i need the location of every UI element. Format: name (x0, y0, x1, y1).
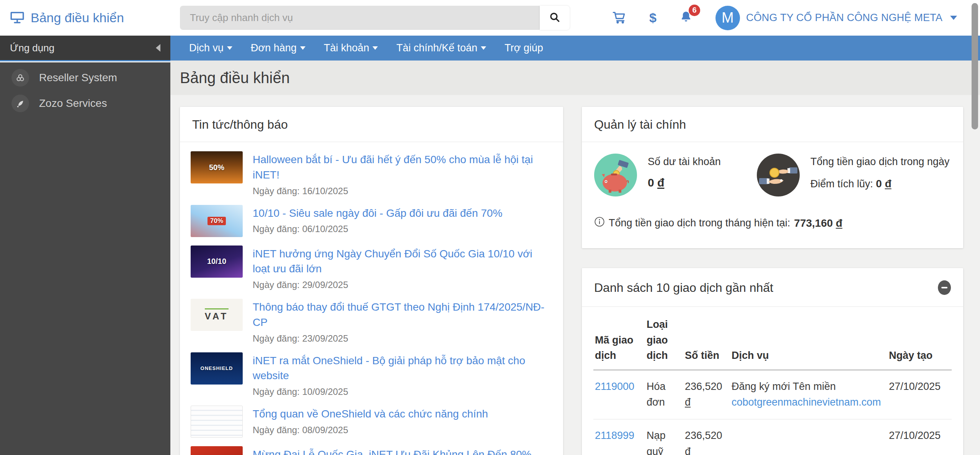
news-thumbnail[interactable]: 70% (191, 205, 243, 237)
cart-icon (612, 10, 627, 26)
list-item: 10/10 iNET hưởng ứng Ngày Chuyển Đổi Số … (191, 246, 551, 291)
cart-button[interactable] (612, 10, 627, 26)
nav-don-hang[interactable]: Đơn hàng (242, 36, 315, 61)
transaction-id-link[interactable]: 2119000 (595, 381, 634, 392)
nav-tai-khoan[interactable]: Tài khoản (315, 36, 387, 61)
sidebar-header: Ứng dụng (0, 36, 170, 61)
points-line: Điểm tích lũy: 0 đ (810, 178, 949, 190)
balance-amount: 0 đ (648, 176, 721, 189)
news-body: Mừng Đại Lễ Quốc Gia, iNET Ưu Đãi Khủng … (253, 446, 532, 455)
main-area: Bảng điều khiển Tin tức/thông báo 50% Ha… (170, 61, 980, 455)
table-header-row: Mã giao dịch Loại giao dịch Số tiền Dịch… (593, 313, 952, 370)
news-thumbnail[interactable]: ONESHIELD (191, 352, 243, 385)
search-button[interactable] (540, 6, 570, 30)
news-thumbnail[interactable]: 50% (191, 151, 243, 183)
transaction-type: Nạp quỹ (645, 419, 683, 455)
nav-tai-chinh[interactable]: Tài chính/Kế toán (387, 36, 495, 61)
news-body: Thông báo thay đổi thuế GTGT theo Nghị Đ… (253, 299, 551, 344)
transaction-date: 27/10/2025 (887, 370, 952, 419)
header-actions: $ 6 M CÔNG TY CỔ PHẦN CÔNG NGHỆ META (612, 0, 957, 36)
thumbnail-text: 10/10 (207, 257, 226, 266)
transaction-amount: 236,520 đ (683, 370, 730, 419)
list-item: ONESHIELD iNET ra mắt OneShield - Bộ giả… (191, 352, 551, 398)
chevron-down-icon (481, 46, 486, 50)
news-link[interactable]: iNET ra mắt OneShield - Bộ giải pháp hỗ … (253, 353, 551, 384)
list-item: 50% Halloween bắt bí - Ưu đãi hết ý đến … (191, 151, 551, 196)
currency-symbol: đ (657, 176, 664, 189)
news-thumbnail[interactable]: 80% (191, 446, 243, 455)
news-date: Ngày đăng: 29/09/2025 (253, 280, 547, 290)
top-header: Bảng điều khiển (0, 0, 980, 36)
transaction-id-link[interactable]: 2118999 (595, 430, 634, 441)
scrollbar-thumb[interactable] (972, 3, 978, 129)
news-link[interactable]: Tổng quan về OneShield và các chức năng … (253, 406, 488, 422)
amount-value: 236,520 (685, 381, 722, 392)
billing-button[interactable]: $ (649, 10, 657, 25)
news-body: iNET hưởng ứng Ngày Chuyển Đổi Số Quốc G… (253, 246, 547, 291)
collapse-card-button[interactable] (938, 280, 951, 295)
thumbnail-text: ONESHIELD (201, 365, 233, 371)
news-thumbnail[interactable] (191, 406, 243, 438)
table-row: 2118999 Nạp quỹ 236,520 đ 27/10/2025 (593, 419, 952, 455)
service-domain-link[interactable]: cobotgreenmachinevietnam.com (732, 396, 881, 408)
transaction-date: 27/10/2025 (887, 419, 952, 455)
transactions-card: Danh sách 10 giao dịch gần nhất Mã giao … (582, 268, 963, 455)
finance-body: Số dư tài khoản 0 đ (582, 142, 963, 230)
transaction-type: Hóa đơn (645, 370, 683, 419)
news-date: Ngày đăng: 06/10/2025 (253, 224, 502, 234)
notifications-button[interactable]: 6 (679, 10, 693, 26)
news-list: 50% Halloween bắt bí - Ưu đãi hết ý đến … (180, 142, 563, 455)
news-link[interactable]: 10/10 - Siêu sale ngày đôi - Gấp đôi ưu … (253, 206, 502, 221)
thumbnail-text: VAT (205, 308, 229, 322)
daily-label: Tổng tiền giao dịch trong ngày (810, 156, 949, 168)
nav-label: Dịch vụ (189, 42, 224, 54)
transaction-service: Đăng ký mới Tên miền cobotgreenmachinevi… (730, 370, 887, 419)
news-thumbnail[interactable]: 10/10 (191, 246, 243, 278)
finance-card: Quản lý tài chính (582, 107, 963, 248)
transactions-table: Mã giao dịch Loại giao dịch Số tiền Dịch… (593, 313, 952, 455)
amount-value: 0 (648, 176, 654, 189)
news-link[interactable]: Thông báo thay đổi thuế GTGT theo Nghị Đ… (253, 300, 551, 330)
column-header: Dịch vụ (730, 313, 887, 370)
page-title: Bảng điều khiển (180, 69, 290, 87)
avatar: M (715, 6, 740, 30)
app-logo[interactable]: Bảng điều khiển (9, 0, 124, 36)
amount-value: 773,160 (794, 217, 833, 229)
currency-symbol: đ (685, 396, 691, 408)
news-link[interactable]: Halloween bắt bí - Ưu đãi hết ý đến 50% … (253, 152, 551, 183)
balance-block: Số dư tài khoản 0 đ (594, 154, 757, 198)
balance-label: Số dư tài khoản (648, 156, 721, 168)
news-thumbnail[interactable]: VAT (191, 299, 243, 331)
finance-row: Số dư tài khoản 0 đ (594, 154, 951, 198)
main-navbar: Dịch vụ Đơn hàng Tài khoản Tài chính/Kế … (170, 36, 980, 61)
transaction-amount: 236,520 đ (683, 419, 730, 455)
notification-badge: 6 (689, 5, 700, 16)
list-item: VAT Thông báo thay đổi thuế GTGT theo Ng… (191, 299, 551, 344)
hands-coin-icon (757, 154, 800, 198)
company-name: CÔNG TY CỔ PHẦN CÔNG NGHỆ META (746, 12, 942, 24)
month-total-label: Tổng tiền giao dịch trong tháng hiện tại… (609, 217, 790, 229)
transaction-service (730, 419, 887, 455)
daily-texts: Tổng tiền giao dịch trong ngày Điểm tích… (810, 154, 949, 190)
sidebar-item-zozo-services[interactable]: Zozo Services (0, 90, 170, 116)
news-link[interactable]: iNET hưởng ứng Ngày Chuyển Đổi Số Quốc G… (253, 246, 547, 277)
nav-dich-vu[interactable]: Dịch vụ (180, 36, 242, 61)
sidebar-item-reseller-system[interactable]: Reseller System (0, 65, 170, 90)
news-body: 10/10 - Siêu sale ngày đôi - Gấp đôi ưu … (253, 205, 502, 237)
zozo-icon (11, 95, 29, 112)
news-link[interactable]: Mừng Đại Lễ Quốc Gia, iNET Ưu Đãi Khủng … (253, 447, 532, 455)
list-item: 80% Mừng Đại Lễ Quốc Gia, iNET Ưu Đãi Kh… (191, 446, 551, 455)
thumbnail-text: 70% (207, 217, 226, 225)
dollar-icon: $ (649, 10, 657, 25)
currency-symbol: đ (685, 446, 691, 455)
currency-symbol: đ (836, 217, 842, 229)
right-column: Quản lý tài chính (582, 107, 963, 455)
column-header: Ngày tạo (887, 313, 952, 370)
search-icon (548, 11, 561, 25)
collapse-sidebar-icon[interactable] (156, 44, 160, 52)
search-input[interactable] (180, 6, 540, 30)
nav-tro-giup[interactable]: Trợ giúp (495, 36, 552, 61)
account-menu[interactable]: M CÔNG TY CỔ PHẦN CÔNG NGHỆ META (715, 6, 957, 30)
sidebar-title: Ứng dụng (10, 42, 54, 54)
daily-block: Tổng tiền giao dịch trong ngày Điểm tích… (757, 154, 949, 198)
